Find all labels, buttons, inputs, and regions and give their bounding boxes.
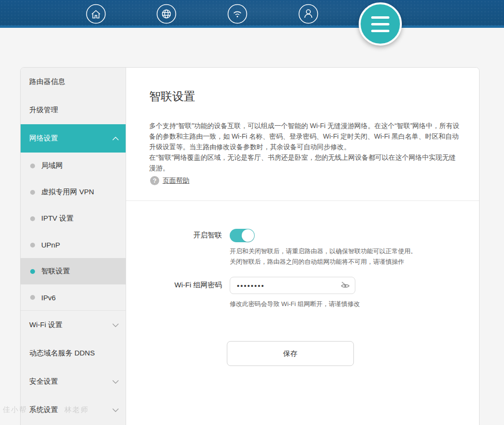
sidebar-item-router-info[interactable]: 路由器信息 — [21, 68, 126, 96]
password-field-wrapper — [230, 277, 355, 294]
save-button[interactable]: 保存 — [227, 341, 354, 366]
smart-link-toggle-label: 开启智联 — [126, 231, 222, 240]
bullet-icon — [30, 243, 35, 248]
top-navigation-bar — [0, 0, 504, 28]
toggle-knob — [242, 229, 254, 242]
bullet-icon — [30, 164, 35, 168]
sidebar-item-network-settings[interactable]: 网络设置 — [21, 124, 126, 153]
bullet-icon — [30, 295, 35, 300]
bullet-icon — [30, 216, 35, 221]
sidebar-item-vpn[interactable]: 虚拟专用网 VPN — [21, 179, 126, 205]
chevron-up-icon — [112, 137, 119, 141]
hamburger-menu-button[interactable] — [359, 2, 402, 46]
question-mark-icon: ? — [150, 176, 159, 185]
section-divider — [126, 201, 479, 201]
wifi-icon[interactable] — [227, 4, 247, 24]
bullet-icon — [30, 190, 35, 195]
description-paragraph-2: 在“智联”网络覆盖的区域，无论是客厅、书房还是卧室，您的无线上网设备都可以在这个… — [149, 152, 462, 173]
sidebar-item-system-settings[interactable]: 系统设置 — [21, 396, 126, 424]
home-icon[interactable] — [86, 4, 106, 24]
chevron-down-icon — [112, 408, 119, 412]
sidebar-item-upnp[interactable]: UPnP — [21, 232, 126, 258]
main-content: 智联设置 多个支持“智联”功能的设备互联，可以组成一个智能的 Wi-Fi 无缝漫… — [126, 68, 479, 425]
sidebar-item-security-settings[interactable]: 安全设置 — [21, 367, 126, 396]
password-visibility-eye-off-icon[interactable] — [340, 281, 351, 290]
sidebar-item-smart-link[interactable]: 智联设置 — [21, 258, 126, 284]
sidebar-item-ddns[interactable]: 动态域名服务 DDNS — [21, 339, 126, 367]
chevron-down-icon — [112, 380, 119, 384]
globe-icon[interactable] — [156, 4, 176, 24]
password-hint: 修改此密码会导致 Wi-Fi 组网断开，请谨慎修改 — [230, 299, 360, 309]
description-paragraph-1: 多个支持“智联”功能的设备互联，可以组成一个智能的 Wi-Fi 无缝漫游网络。在… — [149, 120, 462, 152]
hamburger-icon — [371, 16, 389, 19]
sidebar-item-iptv[interactable]: IPTV 设置 — [21, 205, 126, 232]
page-description: 多个支持“智联”功能的设备互联，可以组成一个智能的 Wi-Fi 无缝漫游网络。在… — [149, 120, 462, 173]
chevron-down-icon — [112, 323, 119, 327]
sidebar-item-lan[interactable]: 局域网 — [21, 153, 126, 179]
wifi-mesh-password-label: Wi-Fi 组网密码 — [126, 281, 222, 290]
sidebar-item-wifi-settings[interactable]: Wi-Fi 设置 — [21, 311, 126, 339]
sidebar-navigation: 路由器信息 升级管理 网络设置 局域网 虚拟专用网 VPN IPTV 设置 UP… — [21, 68, 126, 425]
settings-panel: 路由器信息 升级管理 网络设置 局域网 虚拟专用网 VPN IPTV 设置 UP… — [20, 67, 480, 425]
smart-link-toggle[interactable] — [230, 229, 255, 242]
page-help-link[interactable]: ? 页面帮助 — [150, 176, 189, 185]
wifi-mesh-password-input[interactable] — [230, 277, 355, 294]
bullet-icon — [30, 269, 35, 274]
sidebar-item-upgrade[interactable]: 升级管理 — [21, 96, 126, 124]
sidebar-item-ipv6[interactable]: IPv6 — [21, 284, 126, 311]
page-title: 智联设置 — [149, 89, 195, 104]
user-icon[interactable] — [298, 4, 318, 24]
help-link-label: 页面帮助 — [163, 177, 189, 185]
toggle-hint: 开启和关闭智联后，请重启路由器，以确保智联功能可以正常使用。 关闭智联后，路由器… — [230, 246, 417, 267]
